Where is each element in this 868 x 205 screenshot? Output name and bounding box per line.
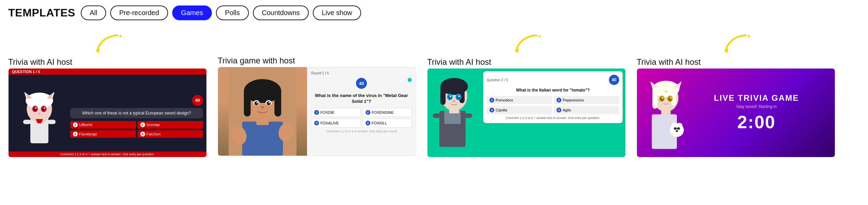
- card-4-title: Trivia with AI host: [637, 57, 701, 67]
- filter-polls[interactable]: Polls: [216, 5, 248, 20]
- svg-point-68: [668, 97, 672, 101]
- svg-point-75: [674, 127, 677, 130]
- svg-point-50: [453, 100, 456, 102]
- card-3-footer: Comment 1,2,3 or 4 + answer text to answ…: [506, 116, 600, 120]
- filter-all[interactable]: All: [81, 5, 106, 20]
- card-1-score: 40: [192, 95, 203, 106]
- card-4-content: LIVE TRIVIA GAME Stay tuned! Starting in…: [685, 93, 828, 132]
- arrow-icon-1: ✦: [90, 32, 125, 56]
- svg-text:✦: ✦: [118, 34, 123, 39]
- page-title: TEMPLATES: [8, 7, 75, 19]
- filter-bar: All Pre-recorded Games Polls Countdowns …: [81, 5, 361, 20]
- cards-container: ✦ Trivia with AI host QUESTION 1 / 5: [8, 28, 860, 157]
- card-2-answers: 1FOXDIE 2FOXENGINE 3FOXALIVE 4FOXKILL: [311, 108, 412, 128]
- card-2-no-arrow: [218, 28, 416, 56]
- svg-point-67: [660, 97, 664, 101]
- card-2[interactable]: Trivia game with host: [218, 28, 416, 157]
- card-2-round: Round 1 / 5: [311, 71, 329, 75]
- svg-rect-42: [441, 85, 446, 105]
- card-3-content: Question 2 / 5 40 What is the Italian wo…: [483, 71, 623, 123]
- svg-point-70: [670, 97, 672, 99]
- card-3-question: What is the Italian word for "tomato"?: [516, 88, 590, 93]
- filter-liveshow[interactable]: Live show: [313, 5, 361, 20]
- svg-point-76: [677, 127, 680, 130]
- card-3-question-label: Question 2 / 5: [487, 78, 508, 82]
- card-1[interactable]: ✦ Trivia with AI host QUESTION 1 / 5: [8, 28, 207, 157]
- card-4-image[interactable]: LIVE TRIVIA GAME Stay tuned! Starting in…: [637, 68, 835, 157]
- svg-text:✦: ✦: [537, 34, 541, 39]
- svg-rect-43: [459, 85, 464, 103]
- card-1-arrow-area: ✦: [8, 28, 207, 56]
- card-2-question: What is the name of the virus in "Metal …: [311, 93, 412, 105]
- arrow-icon-4: ✦: [719, 32, 753, 56]
- card-3[interactable]: ✦ Trivia with AI host: [427, 28, 626, 157]
- svg-point-79: [676, 130, 678, 132]
- svg-point-69: [662, 97, 663, 99]
- svg-rect-17: [23, 120, 31, 124]
- svg-text:✦: ✦: [747, 34, 751, 39]
- card-1-question: Which one of these is not a typical Euro…: [70, 108, 203, 118]
- arrow-icon-3: ✦: [509, 32, 544, 56]
- card-2-image[interactable]: Round 1 / 5 40 What is the name of the v…: [218, 67, 416, 156]
- svg-point-46: [448, 95, 452, 99]
- card-3-answers: 1Pomodoro 2Peperoncino 3Cipolla 4Aglio: [487, 96, 619, 114]
- filter-countdowns[interactable]: Countdowns: [253, 5, 309, 20]
- card-1-answers: 1Ulfberht 2Scimitar 3Flamberge 4Falchion: [70, 121, 203, 138]
- card-4-subtitle: Stay tuned! Starting in: [736, 104, 777, 109]
- card-2-score: 40: [356, 78, 367, 89]
- card-3-title: Trivia with AI host: [427, 57, 491, 67]
- card-3-image[interactable]: Question 2 / 5 40 What is the Italian wo…: [427, 68, 626, 157]
- svg-point-47: [457, 95, 461, 99]
- card-3-arrow-area: ✦: [427, 28, 626, 56]
- card-2-host-photo: [218, 67, 307, 156]
- card-1-title: Trivia with AI host: [8, 57, 72, 67]
- svg-rect-20: [242, 122, 283, 156]
- card-1-question-bar: QUESTION 1 / 5: [9, 69, 206, 75]
- svg-rect-18: [48, 120, 55, 124]
- svg-rect-52: [465, 113, 472, 118]
- card-2-title: Trivia game with host: [218, 56, 295, 65]
- svg-rect-51: [433, 113, 440, 118]
- card-2-footer: Comment 1,2,3 or 4 to answer. One entry …: [326, 130, 397, 133]
- svg-point-48: [450, 95, 451, 97]
- card-4-arrow-area: ✦: [637, 28, 835, 56]
- svg-point-31: [269, 102, 270, 103]
- svg-point-49: [458, 95, 460, 97]
- card-4-ai-character: [644, 75, 685, 150]
- svg-point-15: [38, 113, 40, 114]
- svg-point-14: [44, 107, 45, 109]
- filter-prerecorded[interactable]: Pre-recorded: [110, 5, 168, 20]
- svg-rect-25: [275, 89, 281, 117]
- svg-point-32: [261, 106, 264, 109]
- filter-games[interactable]: Games: [172, 5, 212, 20]
- svg-point-29: [267, 101, 271, 105]
- svg-point-4: [26, 93, 53, 108]
- svg-point-30: [256, 102, 258, 103]
- card-4-live-label: LIVE TRIVIA GAME: [714, 93, 799, 103]
- card-1-image[interactable]: QUESTION 1 / 5: [8, 68, 207, 157]
- card-1-footer: Comment 1,2,3 or 4 + answer text to answ…: [9, 152, 206, 157]
- card-2-content: Round 1 / 5 40 What is the name of the v…: [307, 67, 416, 156]
- card-4-timer: 2:00: [737, 112, 776, 132]
- card-4[interactable]: ✦ Trivia with AI host: [637, 28, 835, 157]
- card-1-content: 40 Which one of these is not a typical E…: [67, 95, 203, 138]
- card-1-ai-character: [12, 82, 67, 150]
- card-3-ai-character: [430, 71, 483, 150]
- svg-rect-59: [652, 88, 658, 109]
- svg-rect-24: [244, 89, 251, 117]
- svg-point-28: [254, 101, 258, 105]
- svg-point-13: [35, 107, 36, 109]
- card-3-score: 40: [609, 75, 619, 85]
